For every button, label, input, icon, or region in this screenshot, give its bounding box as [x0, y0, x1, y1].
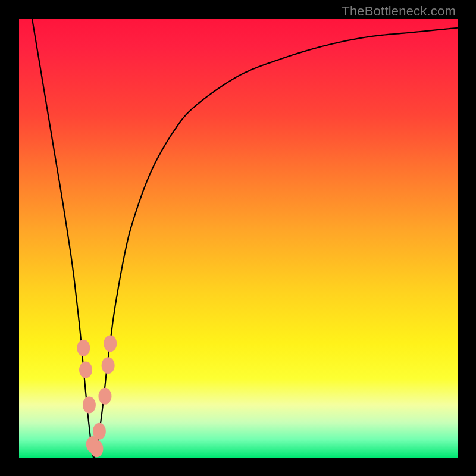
attribution-watermark: TheBottleneck.com: [342, 4, 456, 19]
data-marker: [98, 388, 111, 405]
plot-area: [19, 19, 458, 458]
data-marker: [104, 335, 117, 352]
data-marker: [102, 357, 115, 374]
data-marker: [83, 397, 96, 414]
data-marker: [77, 340, 90, 356]
bottleneck-curve: [32, 19, 458, 458]
data-marker: [79, 362, 92, 378]
data-markers: [77, 335, 117, 457]
chart-svg: [19, 19, 458, 458]
data-marker: [93, 423, 106, 440]
data-marker: [90, 440, 103, 457]
chart-frame: TheBottleneck.com: [0, 0, 476, 476]
curve-line: [32, 19, 458, 458]
